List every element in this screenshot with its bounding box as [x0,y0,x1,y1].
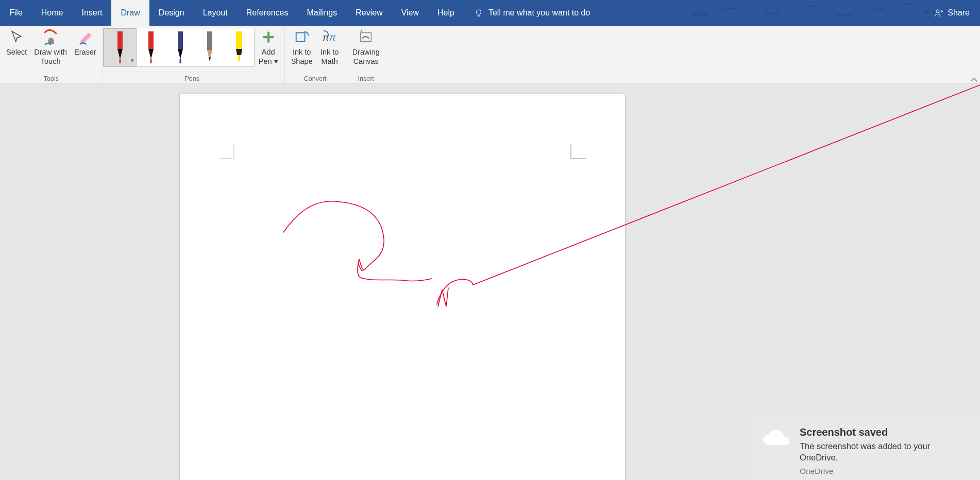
cloud-icon [762,428,790,449]
add-pen-label: AddPen ▾ [259,47,278,66]
svg-marker-15 [236,49,242,55]
eraser-button[interactable]: Eraser [71,27,99,73]
toast-message: The screenshot was added to your OneDriv… [800,440,970,464]
ink-to-shape-icon [293,28,311,46]
svg-rect-2 [117,31,123,49]
share-label: Share [948,8,970,18]
group-pens-label: Pens [184,73,199,84]
add-pen-button[interactable]: AddPen ▾ [256,27,281,73]
draw-with-touch-button[interactable]: Draw withTouch [31,27,70,73]
svg-rect-4 [119,59,121,63]
group-pens: ▾ AddPen ▾ Pens [103,26,285,83]
pencil-black[interactable] [195,28,225,66]
eraser-icon [76,28,94,46]
svg-marker-3 [117,49,123,59]
tab-mailings[interactable]: Mailings [298,0,347,26]
group-insert-label: Insert [358,73,374,84]
group-convert-label: Convert [304,73,327,84]
document-workspace[interactable]: Screenshot saved The screenshot was adde… [0,84,980,480]
svg-point-0 [476,10,481,14]
tab-review[interactable]: Review [346,0,392,26]
tab-view[interactable]: View [392,0,428,26]
tab-draw[interactable]: Draw [111,0,149,26]
toast-source: OneDrive [800,467,970,476]
svg-rect-16 [238,55,240,61]
drawing-canvas-button[interactable]: DrawingCanvas [349,27,383,73]
ink-to-math-button[interactable]: ππ Ink toMath [317,27,343,73]
ink-to-shape-button[interactable]: Ink toShape [288,27,316,73]
draw-with-touch-label: Draw withTouch [34,47,67,66]
group-convert: Ink toShape ππ Ink toMath Convert [285,26,346,83]
cursor-icon [8,28,25,46]
svg-rect-11 [207,31,212,50]
group-tools: Select Draw withTouch Eraser Tools [0,26,103,83]
tab-references[interactable]: References [237,0,298,26]
svg-rect-17 [296,33,305,42]
share-button[interactable]: Share [934,8,970,18]
tab-file[interactable]: File [0,0,32,26]
highlighter-yellow[interactable] [225,28,254,66]
select-label: Select [6,47,27,57]
pen-galaxy[interactable] [166,28,195,66]
plus-icon [260,28,277,46]
group-tools-label: Tools [44,73,59,84]
svg-rect-10 [180,59,181,63]
collapse-ribbon-caret[interactable] [970,77,978,83]
ink-to-math-icon: ππ [321,28,339,46]
eraser-label: Eraser [74,47,96,57]
svg-marker-13 [209,57,211,61]
ink-to-math-label: Ink toMath [320,47,339,66]
ink-to-shape-label: Ink toShape [291,47,313,66]
svg-rect-7 [150,59,152,63]
tab-home[interactable]: Home [32,0,73,26]
lightbulb-icon [474,8,483,18]
svg-marker-9 [178,49,183,59]
toast-title: Screenshot saved [800,426,970,438]
svg-text:π: π [329,32,336,43]
select-button[interactable]: Select [3,27,30,73]
group-insert: DrawingCanvas Insert [346,26,386,83]
svg-rect-8 [178,31,183,49]
tell-me-search[interactable]: Tell me what you want to do [474,8,590,18]
document-page[interactable] [180,94,625,480]
tell-me-label: Tell me what you want to do [488,8,590,18]
margin-mark-tr2 [570,144,586,159]
pen-red-selected[interactable]: ▾ [104,28,137,66]
svg-rect-14 [236,31,242,49]
canvas-icon [357,28,375,46]
margin-mark-tl [219,144,234,159]
tab-design[interactable]: Design [149,0,194,26]
svg-rect-5 [148,31,154,49]
touch-icon [42,28,59,46]
ribbon: Select Draw withTouch Eraser Tools ▾ [0,26,980,84]
tab-layout[interactable]: Layout [194,0,237,26]
drawing-canvas-label: DrawingCanvas [352,47,380,66]
pens-gallery: ▾ [103,28,255,67]
menu-bar: File Home Insert Draw Design Layout Refe… [0,0,980,26]
svg-point-1 [936,10,939,13]
tab-help[interactable]: Help [428,0,464,26]
pen-red-fine[interactable] [137,28,166,66]
decorative-birds [681,0,949,26]
share-icon [934,8,943,18]
svg-marker-6 [148,49,154,59]
tab-insert[interactable]: Insert [72,0,111,26]
onedrive-toast[interactable]: Screenshot saved The screenshot was adde… [751,417,980,480]
